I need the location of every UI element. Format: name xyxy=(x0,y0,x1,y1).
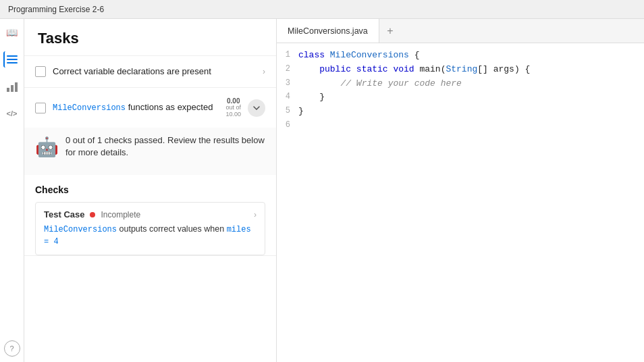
robot-row: 🤖 0 out of 1 checks passed. Review the r… xyxy=(35,134,265,159)
test-case-header: Test Case Incomplete › xyxy=(44,209,257,219)
line-content-4: } xyxy=(298,90,325,105)
status-label: Incomplete xyxy=(101,210,140,219)
code-area[interactable]: 1 class MileConversions { 2 public stati… xyxy=(277,43,644,362)
task2-expand-button[interactable] xyxy=(248,99,265,117)
editor-tabs: MileConversions.java + xyxy=(277,19,644,43)
task1-chevron-icon: › xyxy=(263,67,265,76)
book-icon[interactable]: 📖 xyxy=(4,24,20,41)
task-item-2: MileConversions functions as expected 0.… xyxy=(24,88,276,256)
checks-sub-panel: 🤖 0 out of 1 checks passed. Review the r… xyxy=(24,128,276,175)
add-tab-button[interactable]: + xyxy=(379,19,401,43)
task-item-1[interactable]: Correct variable declarations are presen… xyxy=(24,56,276,88)
line-num-4: 4 xyxy=(277,90,298,103)
task-label-1: Correct variable declarations are presen… xyxy=(53,66,256,78)
list-icon[interactable] xyxy=(3,51,20,68)
svg-rect-5 xyxy=(15,82,18,92)
test-case-desc: MileConversions outputs correct values w… xyxy=(44,224,257,248)
add-tab-icon: + xyxy=(387,25,393,37)
editor-tab-mileconversions[interactable]: MileConversions.java xyxy=(277,19,379,43)
code-line-4: 4 } xyxy=(277,90,644,105)
task2-label: MileConversions functions as expected xyxy=(53,101,219,114)
chart-icon[interactable] xyxy=(4,78,20,95)
line-content-2: public static void main(String[] args) { xyxy=(298,63,530,77)
status-dot-icon xyxy=(90,212,95,217)
svg-rect-4 xyxy=(11,85,14,92)
task2-label-suffix: functions as expected xyxy=(126,102,213,112)
line-num-2: 2 xyxy=(277,63,298,76)
svg-rect-3 xyxy=(7,88,9,92)
line-content-3: // Write your code here xyxy=(298,77,462,91)
test-case-left: Test Case Incomplete xyxy=(44,209,140,219)
code-line-3: 3 // Write your code here xyxy=(277,77,644,91)
test-case-chevron-icon: › xyxy=(254,210,257,219)
svg-rect-0 xyxy=(7,55,18,57)
task2-classname: MileConversions xyxy=(53,103,126,113)
line-num-3: 3 xyxy=(277,77,298,90)
task2-header[interactable]: MileConversions functions as expected 0.… xyxy=(24,88,276,128)
title-text: Programming Exercise 2-6 xyxy=(8,5,104,14)
svg-rect-2 xyxy=(7,62,18,63)
test-case-title: Test Case xyxy=(44,209,84,219)
code-icon[interactable]: </> xyxy=(4,105,20,122)
code-line-2: 2 public static void main(String[] args)… xyxy=(277,63,644,77)
robot-icon: 🤖 xyxy=(35,136,59,158)
line-content-1: class MileConversions { xyxy=(298,49,419,63)
code-line-1: 1 class MileConversions { xyxy=(277,49,644,63)
sidebar-icons: 📖 </> ? xyxy=(0,19,24,362)
check-message: 0 out of 1 checks passed. Review the res… xyxy=(65,134,265,159)
editor-panel: MileConversions.java + 1 class MileConve… xyxy=(277,19,644,362)
code-line-5: 5 } xyxy=(277,105,644,119)
main-container: 📖 </> ? Tasks Correct varia xyxy=(0,19,644,362)
test-desc-classname: MileConversions xyxy=(44,225,117,234)
svg-rect-1 xyxy=(7,59,18,60)
line-num-5: 5 xyxy=(277,105,298,118)
test-case-item[interactable]: Test Case Incomplete › MileConversions o… xyxy=(35,202,265,255)
help-icon[interactable]: ? xyxy=(4,340,20,357)
tasks-panel: Tasks Correct variable declarations are … xyxy=(24,19,277,362)
checks-heading: Checks xyxy=(35,184,265,195)
code-line-6: 6 xyxy=(277,119,644,132)
title-bar: Programming Exercise 2-6 xyxy=(0,0,644,19)
task-checkbox-2[interactable] xyxy=(35,103,46,113)
test-desc-middle: outputs correct values when xyxy=(117,224,227,234)
checks-section: Checks Test Case Incomplete › MileConver… xyxy=(24,175,276,255)
editor-tab-label: MileConversions.java xyxy=(288,26,368,36)
task2-score-max: 10.00 xyxy=(225,111,241,118)
task2-score-badge: 0.00 out of 10.00 xyxy=(225,97,241,118)
tasks-header: Tasks xyxy=(24,19,276,56)
line-content-5: } xyxy=(298,105,304,119)
tasks-title: Tasks xyxy=(38,30,79,47)
task-checkbox-1[interactable] xyxy=(35,66,46,77)
line-num-1: 1 xyxy=(277,49,298,61)
line-num-6: 6 xyxy=(277,119,298,132)
